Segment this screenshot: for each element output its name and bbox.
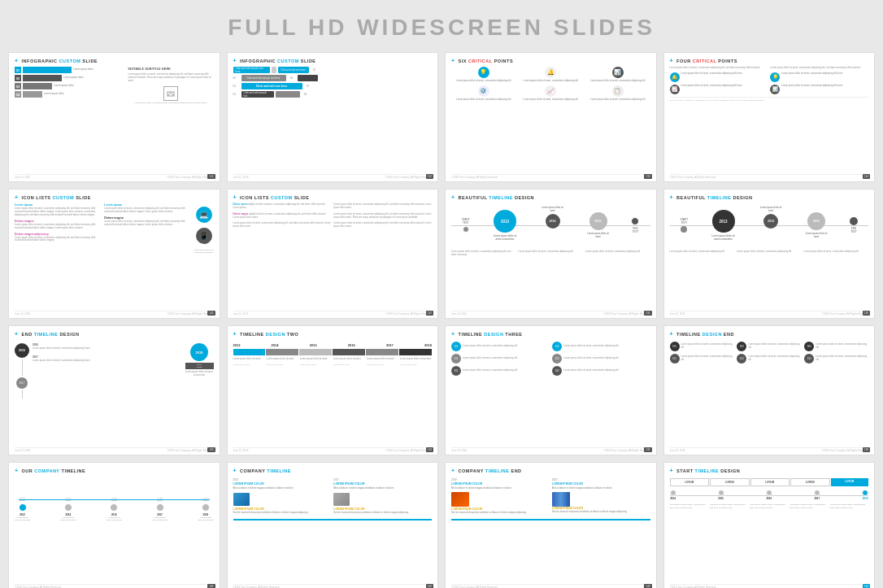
slide-12: TIMELINE DESIGN END 901 Lorem ipsum dolo… [663, 325, 876, 455]
slide-4-footer: ©2018 Your Company. All Rights Reserved [670, 174, 869, 179]
slide-13-num: 141 [207, 584, 215, 588]
icon-list-content: Lorem ipsum Lorem ipsum dolor sit amet, … [15, 203, 214, 254]
slide-7-footer: June 12, 2012 ©2018 Your Company. All Ri… [451, 311, 650, 316]
slide-11-header: TIMELINE DESIGN THREE [451, 331, 650, 337]
slide-6-footer: June 11, 2017 ©2018 Your Company. All Ri… [233, 311, 433, 316]
slide-14-footer: ©2018 Your Company. All Rights Reserved [233, 584, 433, 588]
slide-6: ICON LISTS CUSTOM SLIDE Dolore ipsum adi… [227, 189, 439, 319]
page-title: FULL HD WIDESCREEN SLIDES [0, 0, 883, 52]
slide-13: OUR COMPANY TIMELINE Loremipsum 2012 Lor… [8, 462, 220, 588]
slide-2-header: INFOGRAPHIC CUSTOM SLIDE [233, 58, 433, 63]
slide-12-header: TIMELINE DESIGN END [670, 331, 869, 337]
slide-9-content: 2016 2017 2016 Lorem ipsum dolor sit ame… [15, 340, 214, 446]
slide-4-header: FOUR CRITICAL POINTS [670, 58, 869, 63]
slide-7-num: 131 [644, 311, 651, 316]
slide-2-num: 112 [426, 174, 433, 179]
four-critical: Lorem ipsum dolor sit amet, consectetur … [670, 67, 869, 94]
slide-6-content: Dolore ipsum adipisit et dolor sit amet,… [233, 203, 433, 309]
slide-2-content: Click and edit sample text here Click an… [233, 67, 433, 172]
slide-6-num: 122 [426, 311, 433, 316]
slide-7-content: STARTTEXT 2013 Lorem ipsum dolor sitamet… [451, 203, 650, 309]
slide-10-num: 134 [426, 447, 433, 452]
main-container: FULL HD WIDESCREEN SLIDES INFOGRAPHIC CU… [0, 0, 883, 588]
slide-13-footer: ©2018 Your Company. All Rights Reserved [15, 584, 214, 588]
slide-10-content: 2013 2014 2015 2016 2017 2018 [233, 340, 433, 446]
slide-2: INFOGRAPHIC CUSTOM SLIDE Click and edit … [227, 52, 439, 182]
slide-15-num: 143 [644, 584, 651, 588]
slide-3-num: 113 [644, 174, 651, 179]
slide-8-footer: June 12, 2012 ©2018 Your Company. All Ri… [670, 311, 869, 316]
slide-5-content: Lorem ipsum Lorem ipsum dolor sit amet, … [15, 203, 214, 309]
slide-12-num: 136 [863, 447, 870, 452]
slide-14-content: 2013 LOREM IPSUM COLOR Mod ut labore et … [233, 477, 433, 582]
slide-5-header: ICON LISTS CUSTOM SLIDE [15, 194, 214, 200]
inf-bars: 01Lorem ipsum dolor 02Lorem ipsum dolor … [15, 67, 124, 98]
slide-4-num: 114 [863, 174, 870, 179]
slide-5-num: 121 [207, 311, 215, 316]
slide-11: TIMELINE DESIGN THREE 101 Lorem ipsum do… [445, 325, 657, 455]
slide-13-header: OUR COMPANY TIMELINE [15, 468, 214, 473]
slide-2-footer: June 15, 2018 ©2018 Your Company. All Ri… [233, 174, 433, 179]
slide-3-footer: ©2018 Your Company. All Rights Reserved [451, 174, 650, 179]
inf-right-text: EDITABLE SUBTITLE HERE Lorem ipsum dolor… [128, 67, 213, 104]
slide-11-num: 135 [644, 447, 651, 452]
slide-3-header: SIX CRITICAL POINTS [451, 58, 650, 63]
slide-9: END TIMELINE DESIGN 2016 2017 2016 Lorem… [8, 325, 220, 455]
slide-3-content: 💡Lorem ipsum dolor sit amet, consectetur… [451, 67, 650, 172]
slide-8-content: STARTTEXT 2013 Lorem ipsum dolor sitamet… [670, 203, 869, 309]
slide-3: SIX CRITICAL POINTS 💡Lorem ipsum dolor s… [445, 52, 657, 182]
slide-12-content: 901 Lorem ipsum dolor sit amet, consecte… [670, 340, 869, 446]
slide-10-header: TIMELINE DESIGN TWO [233, 331, 433, 337]
slide-8: BEAUTIFUL TIMELINE DESIGN STARTTEXT 2013… [663, 189, 876, 319]
slide-5: ICON LISTS CUSTOM SLIDE Lorem ipsum Lore… [8, 189, 220, 319]
slide-15-footer: ©2018 Your Company. All Rights Reserved [451, 584, 650, 588]
slide-10-footer: June 15, 2018 ©2018 Your Company. All Ri… [233, 447, 433, 452]
slide-14-num: 142 [426, 584, 433, 588]
slide-13-content: Loremipsum 2012 Lorem ipsumdolor sample … [15, 477, 214, 582]
slide-9-footer: June 22, 2018 ©2018 Your Company. All Ri… [15, 447, 214, 452]
slide-4: FOUR CRITICAL POINTS Lorem ipsum dolor s… [663, 52, 876, 182]
slide-15-content: 2018 LOREM IPSUM COLOR Mod ut labore et … [451, 477, 650, 582]
slide-8-header: BEAUTIFUL TIMELINE DESIGN [670, 194, 869, 200]
slide-11-content: 101 Lorem ipsum dolor sit amet, consecte… [451, 340, 650, 446]
slide-16-header: START TIMELINE DESIGN [670, 468, 869, 473]
slide-6-header: ICON LISTS CUSTOM SLIDE [233, 194, 433, 200]
slide-15: COMPANY TIMELINE END 2018 LOREM IPSUM CO… [445, 462, 657, 588]
slide-8-num: 132 [863, 311, 870, 316]
slides-grid: INFOGRAPHIC CUSTOM SLIDE 01Lorem ipsum d… [0, 52, 883, 588]
slide-10: TIMELINE DESIGN TWO 2013 2014 2015 2016 … [227, 325, 439, 455]
slide-11-footer: June 22, 2018 ©2018 Your Company. All Ri… [451, 447, 650, 452]
slide-16-footer: ©2018 Your Company. All Rights Reserved [670, 584, 869, 588]
slide-1-header: INFOGRAPHIC CUSTOM SLIDE [15, 58, 214, 63]
slide-9-header: END TIMELINE DESIGN [15, 331, 214, 337]
slide-7: BEAUTIFUL TIMELINE DESIGN STARTTEXT 2013… [445, 189, 657, 319]
slide-15-header: COMPANY TIMELINE END [451, 468, 650, 473]
slide-9-num: 133 [207, 447, 215, 452]
critical-grid: 💡Lorem ipsum dolor sit amet, consectetur… [451, 67, 650, 102]
slide-1: INFOGRAPHIC CUSTOM SLIDE 01Lorem ipsum d… [8, 52, 220, 182]
slide-14: COMPANY TIMELINE 2013 LOREM IPSUM COLOR … [227, 462, 439, 588]
slide-4-content: Lorem ipsum dolor sit amet, consectetur … [670, 67, 869, 172]
slide-16-num: 144 [863, 584, 870, 588]
click-edit-bars: Click and edit sample text here Click an… [233, 67, 433, 98]
slide-7-header: BEAUTIFUL TIMELINE DESIGN [451, 194, 650, 200]
slide-1-content: 01Lorem ipsum dolor 02Lorem ipsum dolor … [15, 67, 214, 172]
slide-16: START TIMELINE DESIGN LORUM LORUM LORUM … [663, 462, 876, 588]
slide-12-footer: June 22, 2018 ©2018 Your Company. All Ri… [670, 447, 869, 452]
slide-16-content: LORUM LORUM LORUM LORUM LORUM 2014 [670, 477, 869, 582]
slide-1-footer: June 15, 2018 ©2018 Your Company. All Ri… [15, 174, 214, 179]
slide-14-header: COMPANY TIMELINE [233, 468, 433, 473]
slide-1-num: 111 [207, 174, 215, 179]
slide-5-footer: June 15, 2018 ©2018 Your Company. All Ri… [15, 311, 214, 316]
